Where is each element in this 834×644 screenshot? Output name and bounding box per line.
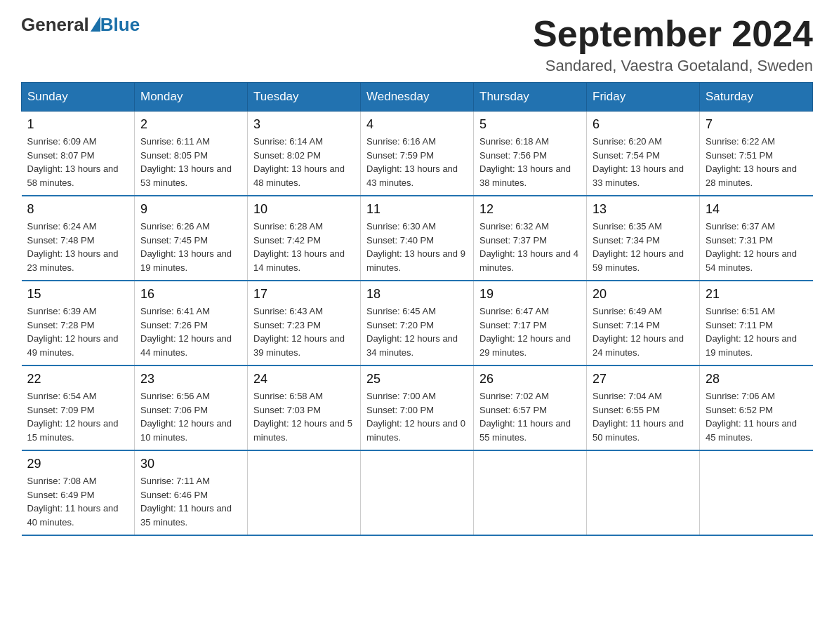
- day-info: Sunrise: 6:11 AM Sunset: 8:05 PM Dayligh…: [140, 135, 241, 189]
- day-info: Sunrise: 6:09 AM Sunset: 8:07 PM Dayligh…: [27, 135, 129, 189]
- day-info: Sunrise: 6:16 AM Sunset: 7:59 PM Dayligh…: [366, 135, 468, 189]
- day-info: Sunrise: 6:18 AM Sunset: 7:56 PM Dayligh…: [479, 135, 581, 189]
- calendar-cell: [248, 450, 361, 535]
- calendar-cell: 23 Sunrise: 6:56 AM Sunset: 7:06 PM Dayl…: [135, 365, 248, 450]
- calendar-cell: 6 Sunrise: 6:20 AM Sunset: 7:54 PM Dayli…: [587, 112, 700, 196]
- day-info: Sunrise: 6:37 AM Sunset: 7:31 PM Dayligh…: [706, 220, 807, 274]
- calendar-cell: 22 Sunrise: 6:54 AM Sunset: 7:09 PM Dayl…: [22, 365, 135, 450]
- calendar-cell: 5 Sunrise: 6:18 AM Sunset: 7:56 PM Dayli…: [474, 112, 587, 196]
- day-info: Sunrise: 7:04 AM Sunset: 6:55 PM Dayligh…: [593, 389, 694, 444]
- page-header: General Blue September 2024 Sandared, Va…: [21, 14, 813, 75]
- day-number: 7: [706, 117, 807, 132]
- day-info: Sunrise: 6:30 AM Sunset: 7:40 PM Dayligh…: [366, 220, 468, 274]
- calendar-cell: 4 Sunrise: 6:16 AM Sunset: 7:59 PM Dayli…: [361, 112, 474, 196]
- calendar-cell: 13 Sunrise: 6:35 AM Sunset: 7:34 PM Dayl…: [587, 196, 700, 281]
- calendar-cell: 14 Sunrise: 6:37 AM Sunset: 7:31 PM Dayl…: [700, 196, 813, 281]
- day-info: Sunrise: 6:20 AM Sunset: 7:54 PM Dayligh…: [593, 135, 694, 189]
- calendar-cell: 11 Sunrise: 6:30 AM Sunset: 7:40 PM Dayl…: [361, 196, 474, 281]
- day-number: 13: [593, 202, 694, 217]
- day-number: 28: [706, 372, 807, 387]
- day-info: Sunrise: 7:00 AM Sunset: 7:00 PM Dayligh…: [366, 389, 468, 444]
- day-info: Sunrise: 7:02 AM Sunset: 6:57 PM Dayligh…: [479, 389, 581, 444]
- day-info: Sunrise: 6:32 AM Sunset: 7:37 PM Dayligh…: [479, 220, 581, 274]
- calendar-cell: [587, 450, 700, 535]
- logo-text-general: General: [21, 14, 89, 36]
- day-info: Sunrise: 6:56 AM Sunset: 7:06 PM Dayligh…: [140, 389, 241, 444]
- calendar-cell: [474, 450, 587, 535]
- day-number: 11: [366, 202, 468, 217]
- header-monday: Monday: [135, 83, 248, 112]
- calendar-cell: 28 Sunrise: 7:06 AM Sunset: 6:52 PM Dayl…: [700, 365, 813, 450]
- calendar-cell: 10 Sunrise: 6:28 AM Sunset: 7:42 PM Dayl…: [248, 196, 361, 281]
- day-info: Sunrise: 7:06 AM Sunset: 6:52 PM Dayligh…: [706, 389, 807, 444]
- calendar-cell: [700, 450, 813, 535]
- day-info: Sunrise: 6:41 AM Sunset: 7:26 PM Dayligh…: [140, 304, 241, 359]
- header-sunday: Sunday: [22, 83, 135, 112]
- day-info: Sunrise: 6:51 AM Sunset: 7:11 PM Dayligh…: [706, 304, 807, 359]
- day-info: Sunrise: 7:08 AM Sunset: 6:49 PM Dayligh…: [27, 474, 129, 529]
- day-number: 18: [366, 287, 468, 302]
- day-number: 20: [593, 287, 694, 302]
- day-number: 3: [253, 117, 355, 132]
- calendar-cell: 24 Sunrise: 6:58 AM Sunset: 7:03 PM Dayl…: [248, 365, 361, 450]
- calendar-cell: 3 Sunrise: 6:14 AM Sunset: 8:02 PM Dayli…: [248, 112, 361, 196]
- calendar-cell: 25 Sunrise: 7:00 AM Sunset: 7:00 PM Dayl…: [361, 365, 474, 450]
- day-info: Sunrise: 6:39 AM Sunset: 7:28 PM Dayligh…: [27, 304, 129, 359]
- day-number: 21: [706, 287, 807, 302]
- calendar-cell: 26 Sunrise: 7:02 AM Sunset: 6:57 PM Dayl…: [474, 365, 587, 450]
- header-thursday: Thursday: [474, 83, 587, 112]
- calendar-cell: 27 Sunrise: 7:04 AM Sunset: 6:55 PM Dayl…: [587, 365, 700, 450]
- day-number: 2: [140, 117, 241, 132]
- day-info: Sunrise: 6:26 AM Sunset: 7:45 PM Dayligh…: [140, 220, 241, 274]
- calendar-week-3: 15 Sunrise: 6:39 AM Sunset: 7:28 PM Dayl…: [22, 281, 813, 365]
- day-number: 16: [140, 287, 241, 302]
- day-number: 27: [593, 372, 694, 387]
- calendar-cell: 18 Sunrise: 6:45 AM Sunset: 7:20 PM Dayl…: [361, 281, 474, 365]
- day-number: 22: [27, 372, 129, 387]
- calendar-cell: 19 Sunrise: 6:47 AM Sunset: 7:17 PM Dayl…: [474, 281, 587, 365]
- calendar-cell: 9 Sunrise: 6:26 AM Sunset: 7:45 PM Dayli…: [135, 196, 248, 281]
- calendar-cell: 7 Sunrise: 6:22 AM Sunset: 7:51 PM Dayli…: [700, 112, 813, 196]
- calendar-header-row: SundayMondayTuesdayWednesdayThursdayFrid…: [22, 83, 813, 112]
- header-saturday: Saturday: [700, 83, 813, 112]
- calendar-cell: 21 Sunrise: 6:51 AM Sunset: 7:11 PM Dayl…: [700, 281, 813, 365]
- day-number: 29: [27, 457, 129, 471]
- logo-triangle-icon: [91, 16, 100, 32]
- calendar-cell: 1 Sunrise: 6:09 AM Sunset: 8:07 PM Dayli…: [22, 112, 135, 196]
- day-number: 8: [27, 202, 129, 217]
- day-info: Sunrise: 6:49 AM Sunset: 7:14 PM Dayligh…: [593, 304, 694, 359]
- day-info: Sunrise: 6:35 AM Sunset: 7:34 PM Dayligh…: [593, 220, 694, 274]
- calendar-cell: 8 Sunrise: 6:24 AM Sunset: 7:48 PM Dayli…: [22, 196, 135, 281]
- day-number: 17: [253, 287, 355, 302]
- calendar-week-1: 1 Sunrise: 6:09 AM Sunset: 8:07 PM Dayli…: [22, 112, 813, 196]
- day-info: Sunrise: 6:28 AM Sunset: 7:42 PM Dayligh…: [253, 220, 355, 274]
- header-friday: Friday: [587, 83, 700, 112]
- calendar-week-4: 22 Sunrise: 6:54 AM Sunset: 7:09 PM Dayl…: [22, 365, 813, 450]
- day-number: 15: [27, 287, 129, 302]
- calendar-week-5: 29 Sunrise: 7:08 AM Sunset: 6:49 PM Dayl…: [22, 450, 813, 535]
- logo-text-blue: Blue: [100, 14, 140, 36]
- logo: General Blue: [21, 14, 140, 36]
- calendar-table: SundayMondayTuesdayWednesdayThursdayFrid…: [21, 82, 813, 536]
- header-tuesday: Tuesday: [248, 83, 361, 112]
- month-title: September 2024: [533, 14, 813, 54]
- calendar-cell: [361, 450, 474, 535]
- calendar-cell: 16 Sunrise: 6:41 AM Sunset: 7:26 PM Dayl…: [135, 281, 248, 365]
- location-title: Sandared, Vaestra Goetaland, Sweden: [533, 57, 813, 75]
- calendar-cell: 15 Sunrise: 6:39 AM Sunset: 7:28 PM Dayl…: [22, 281, 135, 365]
- day-number: 25: [366, 372, 468, 387]
- day-number: 19: [479, 287, 581, 302]
- day-info: Sunrise: 6:45 AM Sunset: 7:20 PM Dayligh…: [366, 304, 468, 359]
- day-number: 1: [27, 117, 129, 132]
- day-number: 4: [366, 117, 468, 132]
- day-info: Sunrise: 6:47 AM Sunset: 7:17 PM Dayligh…: [479, 304, 581, 359]
- day-info: Sunrise: 6:54 AM Sunset: 7:09 PM Dayligh…: [27, 389, 129, 444]
- calendar-week-2: 8 Sunrise: 6:24 AM Sunset: 7:48 PM Dayli…: [22, 196, 813, 281]
- calendar-cell: 12 Sunrise: 6:32 AM Sunset: 7:37 PM Dayl…: [474, 196, 587, 281]
- day-info: Sunrise: 6:24 AM Sunset: 7:48 PM Dayligh…: [27, 220, 129, 274]
- day-number: 5: [479, 117, 581, 132]
- day-number: 24: [253, 372, 355, 387]
- calendar-cell: 17 Sunrise: 6:43 AM Sunset: 7:23 PM Dayl…: [248, 281, 361, 365]
- calendar-cell: 30 Sunrise: 7:11 AM Sunset: 6:46 PM Dayl…: [135, 450, 248, 535]
- day-info: Sunrise: 6:14 AM Sunset: 8:02 PM Dayligh…: [253, 135, 355, 189]
